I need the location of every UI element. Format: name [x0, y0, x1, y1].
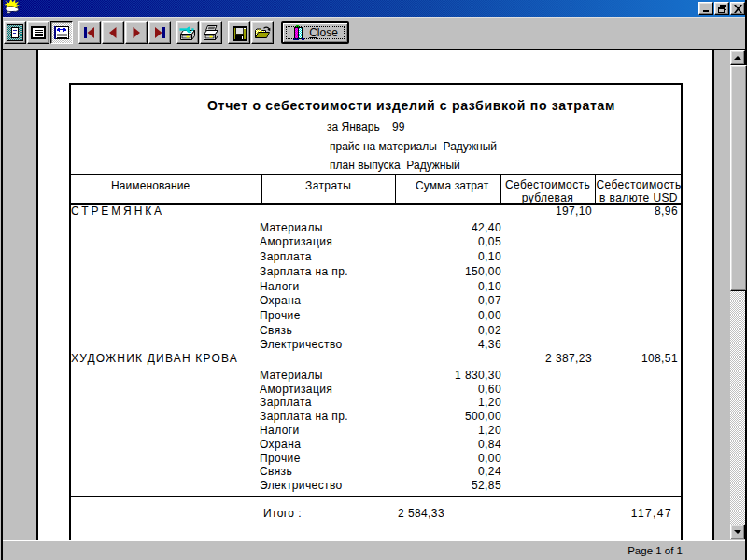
report-subtitle-price: прайс на материалы Радужный	[330, 141, 497, 153]
restore-icon	[718, 5, 726, 13]
first-page-button[interactable]	[78, 21, 101, 44]
cost-row: Охрана 0,07	[69, 294, 683, 309]
down-arrow-icon	[734, 530, 741, 534]
total-label: Итого :	[263, 508, 302, 520]
cost-row: Налоги 1,20	[69, 424, 683, 438]
printer-setup-icon	[178, 24, 197, 42]
cost-row: Прочие 0,00	[69, 452, 683, 466]
report-title: Отчет о себестоимости изделий с разбивко…	[207, 100, 615, 112]
group-items: Материалы 1 830,30 Амортизация 0,60 Зарп…	[69, 369, 683, 493]
zoom-100-button[interactable]	[27, 21, 49, 44]
group-name: СТРЕМЯНКА	[71, 205, 164, 217]
cost-row: Связь 0,24	[69, 465, 683, 479]
cost-value: 0,84	[478, 439, 501, 451]
last-page-icon	[152, 26, 167, 39]
next-page-icon	[129, 26, 144, 39]
report-group: СТРЕМЯНКА 197,10 8,96 Материалы 42,40 Ам…	[69, 205, 683, 353]
cost-label: Зарплата на пр.	[260, 411, 348, 423]
up-arrow-icon	[734, 56, 741, 60]
table-line	[261, 174, 262, 205]
group-header-row: ХУДОЖНИК ДИВАН КРОВА 2 387,23 108,51	[69, 353, 683, 369]
save-icon	[232, 25, 247, 41]
prior-page-button[interactable]	[102, 21, 124, 44]
scrollbar-thumb[interactable]	[730, 65, 747, 291]
cost-value: 1,20	[478, 397, 501, 409]
cost-label: Прочие	[260, 310, 301, 322]
cost-value: 42,40	[472, 222, 501, 234]
full-size-icon	[30, 24, 47, 41]
cost-row: Материалы 42,40	[69, 221, 683, 236]
save-report-button[interactable]	[228, 21, 250, 44]
cost-label: Налоги	[260, 281, 300, 293]
cost-row: Зарплата 0,10	[69, 250, 683, 265]
cost-label: Материалы	[260, 222, 323, 234]
cost-row: Материалы 1 830,30	[69, 369, 683, 383]
group-cost-rub: 2 387,23	[545, 353, 592, 365]
total-sum: 2 584,33	[398, 508, 444, 520]
cost-value: 0,60	[478, 384, 501, 396]
close-preview-button[interactable]: Close	[281, 21, 349, 44]
next-page-button[interactable]	[125, 21, 148, 44]
print-icon	[202, 24, 220, 42]
report-group: ХУДОЖНИК ДИВАН КРОВА 2 387,23 108,51 Мат…	[69, 353, 683, 493]
cost-value: 0,05	[478, 236, 501, 248]
load-report-button[interactable]	[251, 21, 274, 44]
cost-value: 0,07	[478, 295, 501, 307]
open-folder-icon	[254, 25, 271, 41]
cost-label: Охрана	[260, 295, 301, 307]
cost-row: Прочие 0,00	[69, 309, 683, 324]
group-items: Материалы 42,40 Амортизация 0,05 Зарплат…	[69, 221, 683, 353]
cost-value: 0,10	[478, 251, 501, 263]
group-header-row: СТРЕМЯНКА 197,10 8,96	[69, 205, 683, 221]
cost-label: Амортизация	[260, 384, 332, 396]
column-header-usd: Себестоимость в валюте USD	[595, 178, 683, 205]
restore-button[interactable]	[714, 2, 729, 15]
cost-label: Зарплата	[260, 397, 312, 409]
group-cost-rub: 197,10	[556, 205, 592, 217]
cost-label: Электричество	[260, 480, 343, 492]
cost-row: Электричество 4,36	[69, 338, 683, 353]
cost-value: 0,00	[478, 453, 501, 465]
report-subtitle-plan: план выпуска Радужный	[330, 160, 460, 172]
column-header-cost: Затраты	[305, 180, 351, 192]
cost-row: Зарплата на пр. 500,00	[69, 410, 683, 424]
total-usd: 117,47	[631, 508, 672, 520]
cost-value: 0,24	[478, 466, 501, 478]
scroll-down-button[interactable]	[730, 525, 745, 539]
cost-label: Связь	[260, 466, 292, 478]
cost-row: Связь 0,02	[69, 324, 683, 339]
cost-value: 0,10	[478, 281, 501, 293]
zoom-whole-page-button[interactable]	[4, 21, 26, 44]
table-line	[69, 496, 683, 497]
cost-row: Электричество 52,85	[69, 479, 683, 493]
first-page-icon	[82, 26, 97, 39]
cost-row: Зарплата на пр. 150,00	[69, 265, 683, 280]
cost-label: Охрана	[260, 439, 301, 451]
prior-page-icon	[106, 26, 120, 39]
focus-rect	[286, 26, 345, 39]
status-bar: Page 1 of 1	[3, 540, 745, 560]
column-header-sum: Сумма затрат	[416, 180, 488, 192]
last-page-button[interactable]	[148, 21, 171, 44]
close-window-button[interactable]	[730, 2, 745, 15]
cost-value: 500,00	[465, 411, 501, 423]
print-button[interactable]	[200, 21, 222, 44]
vertical-scrollbar[interactable]	[730, 50, 745, 539]
minimize-button[interactable]	[698, 2, 713, 15]
cost-label: Материалы	[260, 370, 323, 382]
column-header-rub: Себестоимость рублевая	[500, 178, 595, 205]
printer-setup-button[interactable]	[176, 21, 199, 44]
cost-row: Охрана 0,84	[69, 438, 683, 452]
cost-value: 52,85	[472, 480, 501, 492]
whole-page-icon	[7, 24, 23, 41]
table-line	[69, 174, 683, 175]
cost-label: Связь	[260, 325, 292, 337]
cost-row: Амортизация 0,05	[69, 235, 683, 250]
cost-row: Амортизация 0,60	[69, 383, 683, 397]
group-name: ХУДОЖНИК ДИВАН КРОВА	[71, 353, 238, 365]
scroll-up-button[interactable]	[730, 50, 745, 65]
minimize-icon	[702, 5, 711, 13]
cost-label: Зарплата	[260, 251, 312, 263]
zoom-page-width-button[interactable]	[50, 21, 73, 44]
cost-label: Электричество	[260, 339, 343, 351]
